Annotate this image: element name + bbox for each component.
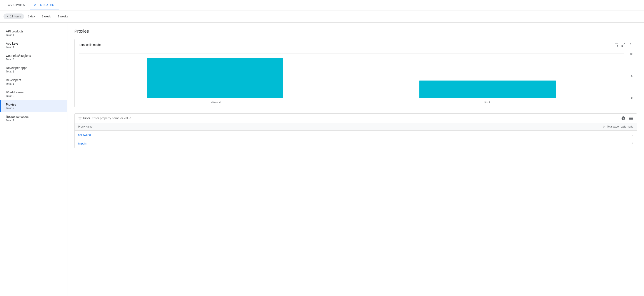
filter-input[interactable] xyxy=(92,116,621,120)
sidebar-item-developer-apps-name: Developer apps xyxy=(6,66,62,70)
time-chip-2weeks[interactable]: 2 weeks xyxy=(55,14,71,19)
sidebar-item-response-codes[interactable]: Response codes Total: 1 xyxy=(0,112,67,125)
sidebar-item-api-products[interactable]: API products Total: 1 xyxy=(0,27,67,39)
sidebar-item-app-keys-total: Total: 1 xyxy=(6,46,62,49)
chart-actions xyxy=(614,43,632,47)
sidebar: API products Total: 1 App keys Total: 1 … xyxy=(0,23,68,296)
sidebar-item-response-codes-total: Total: 1 xyxy=(6,119,62,122)
chart-card: Total calls made xyxy=(74,39,637,107)
time-chip-1day-label: 1 day xyxy=(28,15,35,18)
chart-download-icon[interactable] xyxy=(614,43,618,47)
filter-right-icons xyxy=(621,116,633,121)
svg-point-5 xyxy=(630,43,631,44)
time-chip-2weeks-label: 2 weeks xyxy=(58,15,68,18)
time-chip-1week[interactable]: 1 week xyxy=(39,14,54,19)
time-chip-1week-label: 1 week xyxy=(42,15,51,18)
table-cell-helloworld-calls: 9 xyxy=(616,133,633,136)
chart-header: Total calls made xyxy=(74,39,637,50)
table-card: Filter P xyxy=(74,113,637,148)
chart-expand-icon[interactable] xyxy=(621,43,626,47)
table-cell-httpbin-name[interactable]: httpbin xyxy=(78,142,616,145)
checkmark-icon: ✓ xyxy=(6,15,9,18)
sidebar-item-developers-total: Total: 1 xyxy=(6,82,62,85)
sidebar-item-ip-addresses[interactable]: IP addresses Total: 3 xyxy=(0,88,67,100)
sidebar-item-countries-regions[interactable]: Countries/Regions Total: 3 xyxy=(0,51,67,64)
tab-overview[interactable]: OVERVIEW xyxy=(4,0,30,10)
top-tabs: OVERVIEW ATTRIBUTES xyxy=(0,0,644,11)
sidebar-item-proxies-total: Total: 2 xyxy=(6,107,62,110)
svg-point-7 xyxy=(630,46,631,47)
sidebar-item-response-codes-name: Response codes xyxy=(6,115,62,118)
col-header-total-calls-label: Total action calls made xyxy=(607,125,633,128)
y-label-10: 10 xyxy=(630,53,632,55)
y-label-5: 5 xyxy=(631,75,632,77)
bar-group-helloworld xyxy=(79,54,351,98)
y-label-0: 0 xyxy=(631,97,632,99)
sidebar-item-developer-apps-total: Total: 1 xyxy=(6,70,62,73)
svg-line-3 xyxy=(624,43,625,45)
bar-httpbin xyxy=(420,81,556,98)
bar-group-httpbin xyxy=(351,54,624,98)
main-layout: API products Total: 1 App keys Total: 1 … xyxy=(0,23,644,296)
time-chip-12hours[interactable]: ✓ 12 hours xyxy=(4,14,24,19)
section-title: Proxies xyxy=(74,29,637,34)
tab-attributes[interactable]: ATTRIBUTES xyxy=(30,0,59,10)
help-icon[interactable] xyxy=(621,116,626,120)
sidebar-item-developer-apps[interactable]: Developer apps Total: 1 xyxy=(0,64,67,76)
sidebar-item-countries-regions-name: Countries/Regions xyxy=(6,54,62,58)
sidebar-item-proxies[interactable]: Proxies Total: 2 xyxy=(0,100,67,112)
chart-body: 10 5 0 xyxy=(74,50,637,107)
chart-more-icon[interactable] xyxy=(628,43,632,47)
sidebar-item-ip-addresses-name: IP addresses xyxy=(6,91,62,94)
filter-bar: Filter xyxy=(74,114,637,123)
x-label-httpbin: httpbin xyxy=(351,101,624,104)
sidebar-item-ip-addresses-total: Total: 3 xyxy=(6,95,62,98)
time-filter-bar: ✓ 12 hours 1 day 1 week 2 weeks xyxy=(0,11,644,23)
filter-label: Filter xyxy=(83,116,90,120)
sidebar-item-api-products-name: API products xyxy=(6,30,62,33)
svg-point-6 xyxy=(630,45,631,45)
x-label-helloworld: helloworld xyxy=(79,101,351,104)
sidebar-item-proxies-name: Proxies xyxy=(6,103,62,106)
content-area: Proxies Total calls made xyxy=(68,23,644,296)
table-cell-httpbin-calls: 4 xyxy=(616,142,633,145)
sidebar-item-developers[interactable]: Developers Total: 1 xyxy=(0,76,67,88)
sidebar-item-app-keys[interactable]: App keys Total: 1 xyxy=(0,39,67,51)
sidebar-item-developers-name: Developers xyxy=(6,78,62,82)
table-cell-helloworld-name[interactable]: helloworld xyxy=(78,133,616,136)
col-header-proxy-name: Proxy Name xyxy=(78,125,602,128)
columns-icon[interactable] xyxy=(628,116,633,121)
time-chip-12hours-label: 12 hours xyxy=(10,15,21,18)
time-chip-1day[interactable]: 1 day xyxy=(25,14,38,19)
table-header: Proxy Name Total action calls made xyxy=(74,123,637,131)
sidebar-item-api-products-total: Total: 1 xyxy=(6,34,62,37)
svg-line-4 xyxy=(622,45,623,47)
col-header-total-calls[interactable]: Total action calls made xyxy=(602,125,633,128)
chart-title: Total calls made xyxy=(79,43,101,47)
table-row: httpbin 4 xyxy=(74,139,637,148)
table-row: helloworld 9 xyxy=(74,131,637,139)
bar-helloworld xyxy=(147,58,283,98)
filter-icon: Filter xyxy=(78,116,90,120)
sidebar-item-app-keys-name: App keys xyxy=(6,42,62,45)
sidebar-item-countries-regions-total: Total: 3 xyxy=(6,58,62,61)
